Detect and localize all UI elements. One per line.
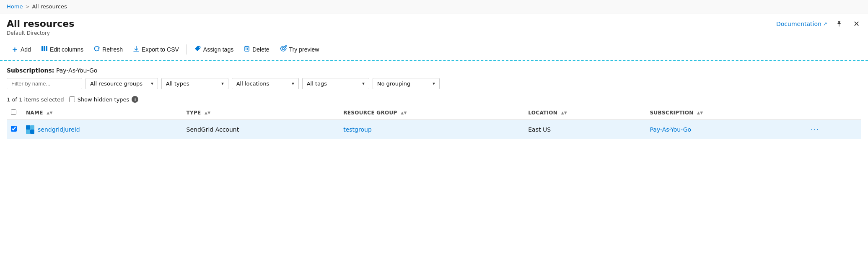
col-header-actions bbox=[804, 106, 861, 120]
pin-icon: 🖈 bbox=[836, 20, 843, 28]
svg-rect-0 bbox=[41, 46, 43, 51]
resource-groups-dropdown[interactable]: All resource groups ▾ bbox=[86, 78, 158, 89]
preview-icon bbox=[280, 45, 287, 54]
breadcrumb-home[interactable]: Home bbox=[7, 3, 23, 10]
page-title-block: All resources Default Directory bbox=[7, 18, 74, 36]
page-header: All resources Default Directory Document… bbox=[0, 13, 868, 39]
columns-icon bbox=[41, 45, 48, 54]
delete-button[interactable]: Delete bbox=[239, 43, 273, 56]
breadcrumb-current: All resources bbox=[32, 3, 67, 10]
svg-rect-5 bbox=[245, 47, 249, 51]
select-all-checkbox[interactable] bbox=[11, 109, 16, 115]
col-header-type[interactable]: TYPE ▲▼ bbox=[182, 106, 339, 120]
tags-dropdown[interactable]: All tags ▾ bbox=[302, 78, 369, 89]
refresh-button[interactable]: Refresh bbox=[89, 43, 127, 56]
resource-name-cell: sendgridjureid bbox=[26, 125, 178, 134]
col-header-subscription[interactable]: SUBSCRIPTION ▲▼ bbox=[646, 106, 804, 120]
chevron-down-icon: ▾ bbox=[221, 81, 224, 86]
resources-table: NAME ▲▼ TYPE ▲▼ RESOURCE GROUP ▲▼ LOCATI… bbox=[7, 106, 861, 139]
sort-icon-rg: ▲▼ bbox=[401, 112, 407, 114]
add-icon: ＋ bbox=[11, 44, 18, 54]
results-count: 1 of 1 items selected bbox=[7, 96, 64, 103]
toolbar: ＋ Add Edit columns Refresh Export to CSV bbox=[0, 39, 868, 61]
grouping-dropdown[interactable]: No grouping ▾ bbox=[373, 78, 440, 89]
delete-icon bbox=[244, 45, 250, 54]
sort-icon-location: ▲▼ bbox=[561, 112, 567, 114]
svg-rect-2 bbox=[46, 46, 47, 51]
page-title: All resources bbox=[7, 18, 74, 29]
try-preview-button[interactable]: Try preview bbox=[275, 43, 324, 56]
sendgrid-icon bbox=[26, 125, 34, 134]
svg-rect-11 bbox=[30, 125, 34, 130]
pin-button[interactable]: 🖈 bbox=[834, 19, 845, 29]
locations-dropdown[interactable]: All locations ▾ bbox=[232, 78, 299, 89]
filter-row: All resource groups ▾ All types ▾ All lo… bbox=[7, 78, 861, 89]
row-checkbox[interactable] bbox=[11, 126, 17, 132]
assign-tags-button[interactable]: Assign tags bbox=[190, 43, 238, 56]
edit-columns-button[interactable]: Edit columns bbox=[37, 43, 88, 56]
chevron-down-icon: ▾ bbox=[151, 81, 153, 86]
svg-rect-10 bbox=[30, 130, 34, 134]
svg-rect-12 bbox=[26, 130, 30, 134]
col-header-name[interactable]: NAME ▲▼ bbox=[22, 106, 182, 120]
header-actions: Documentation ↗ 🖈 ✕ bbox=[776, 18, 861, 29]
sort-icon-name: ▲▼ bbox=[47, 112, 52, 114]
cell-subscription: Pay-As-You-Go bbox=[646, 120, 804, 139]
toolbar-separator bbox=[187, 44, 187, 54]
results-row: 1 of 1 items selected Show hidden types … bbox=[0, 93, 868, 106]
refresh-icon bbox=[93, 45, 100, 54]
export-csv-button[interactable]: Export to CSV bbox=[129, 43, 183, 56]
table-row: sendgridjureid SendGrid Account testgrou… bbox=[7, 120, 861, 139]
row-checkbox-cell bbox=[7, 120, 22, 139]
cell-name: sendgridjureid bbox=[22, 120, 182, 139]
show-hidden-types-container: Show hidden types i bbox=[69, 96, 139, 103]
breadcrumb-separator: > bbox=[25, 4, 29, 10]
external-link-icon: ↗ bbox=[823, 21, 827, 27]
subscriptions-label: Subscriptions: Pay-As-You-Go bbox=[7, 67, 861, 74]
filter-name-input[interactable] bbox=[7, 78, 82, 89]
col-header-location[interactable]: LOCATION ▲▼ bbox=[524, 106, 645, 120]
more-actions-button[interactable]: ··· bbox=[808, 124, 822, 135]
page-subtitle: Default Directory bbox=[7, 30, 74, 36]
filters-section: Subscriptions: Pay-As-You-Go All resourc… bbox=[0, 61, 868, 93]
chevron-down-icon: ▾ bbox=[292, 81, 294, 86]
svg-rect-9 bbox=[26, 125, 30, 130]
svg-point-8 bbox=[282, 48, 284, 50]
col-header-resource-group[interactable]: RESOURCE GROUP ▲▼ bbox=[339, 106, 524, 120]
cell-more-actions: ··· bbox=[804, 120, 861, 139]
resource-group-link[interactable]: testgroup bbox=[343, 126, 372, 133]
close-icon: ✕ bbox=[853, 20, 860, 28]
add-button[interactable]: ＋ Add bbox=[7, 42, 35, 57]
show-hidden-types-label: Show hidden types bbox=[78, 96, 130, 103]
table-header-row: NAME ▲▼ TYPE ▲▼ RESOURCE GROUP ▲▼ LOCATI… bbox=[7, 106, 861, 120]
breadcrumb: Home > All resources bbox=[0, 0, 868, 13]
cell-location: East US bbox=[524, 120, 645, 139]
subscription-link[interactable]: Pay-As-You-Go bbox=[650, 126, 692, 133]
resource-name-link[interactable]: sendgridjureid bbox=[38, 126, 80, 133]
close-button[interactable]: ✕ bbox=[852, 18, 861, 29]
cell-resource-group: testgroup bbox=[339, 120, 524, 139]
info-icon[interactable]: i bbox=[132, 96, 138, 103]
select-all-checkbox-header[interactable] bbox=[7, 106, 22, 120]
sort-icon-subscription: ▲▼ bbox=[697, 112, 703, 114]
download-icon bbox=[133, 45, 140, 54]
chevron-down-icon: ▾ bbox=[433, 81, 435, 86]
table-container: NAME ▲▼ TYPE ▲▼ RESOURCE GROUP ▲▼ LOCATI… bbox=[0, 106, 868, 139]
cell-type: SendGrid Account bbox=[182, 120, 339, 139]
sort-icon-type: ▲▼ bbox=[205, 112, 210, 114]
tag-icon bbox=[194, 45, 201, 54]
documentation-link[interactable]: Documentation ↗ bbox=[776, 21, 827, 27]
chevron-down-icon: ▾ bbox=[362, 81, 365, 86]
show-hidden-types-checkbox[interactable] bbox=[69, 96, 75, 102]
types-dropdown[interactable]: All types ▾ bbox=[161, 78, 228, 89]
svg-rect-1 bbox=[44, 46, 45, 51]
